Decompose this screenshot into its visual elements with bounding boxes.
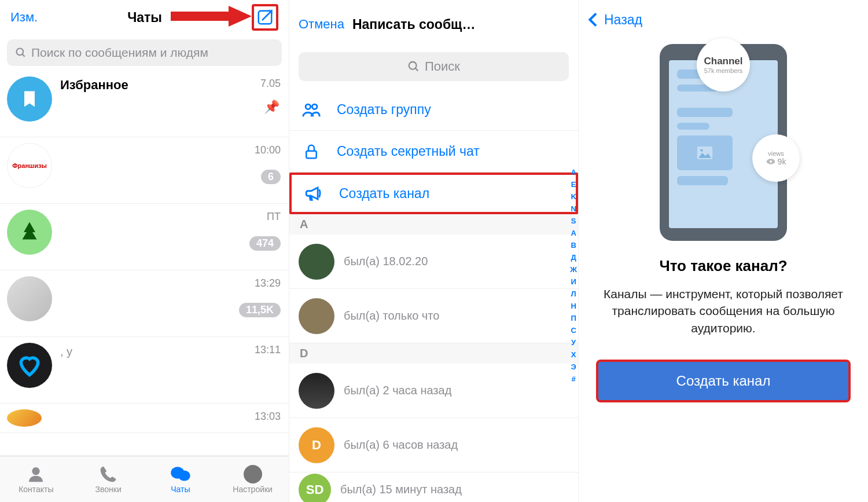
chat-row[interactable]: Франшизы 10:00 6 [0,137,289,204]
alphabet-index[interactable]: AEKNSАВДЖИЛНПСУХЭ# [570,168,577,383]
index-letter[interactable]: K [570,192,577,201]
svg-point-9 [306,104,311,109]
svg-marker-2 [229,6,252,27]
index-letter[interactable]: П [570,314,577,323]
index-letter[interactable]: S [570,217,577,225]
index-letter[interactable]: Д [570,253,577,262]
chats-title: Чаты [127,10,162,25]
bookmark-icon [19,89,40,109]
create-channel-button[interactable]: Создать канал [289,173,578,214]
svg-point-7 [178,470,190,481]
chats-icon [170,465,191,483]
avatar [7,276,52,321]
avatar [7,210,52,255]
chat-time: 13:03 [255,411,281,423]
index-letter[interactable]: N [570,204,577,213]
contact-avatar [299,373,334,409]
contact-row[interactable]: был(а) только что [289,289,578,343]
avatar: Франшизы [7,143,52,188]
chat-row[interactable]: , у 13:11 [0,337,289,404]
index-letter[interactable]: Э [570,362,577,371]
cancel-button[interactable]: Отмена [299,17,344,32]
tab-contacts[interactable]: Контакты [0,456,72,502]
index-letter[interactable]: В [570,241,577,250]
index-letter[interactable]: E [570,180,577,189]
contact-status: был(а) только что [344,309,439,323]
chat-row[interactable]: 13:03 [0,404,289,433]
back-button[interactable]: Назад [604,12,642,28]
search-icon [15,47,27,58]
channel-intro-screen: Назад Channel 57k members views 9k Что т… [579,0,868,502]
tab-calls[interactable]: Звонки [72,456,145,502]
avatar [7,343,52,388]
channel-header: Назад [579,0,868,39]
index-letter[interactable]: И [570,277,577,286]
index-letter[interactable]: А [570,229,577,237]
index-letter[interactable]: # [570,375,577,383]
chat-name: Избранное [60,78,281,93]
views-badge: views 9k [752,134,800,182]
contact-avatar: D [299,427,334,463]
chat-row[interactable]: 13:29 11,5K [0,270,289,337]
unread-badge: 474 [249,236,281,251]
eye-icon [766,158,775,165]
contact-avatar [299,298,334,334]
channel-heading: Что такое канал? [579,257,868,275]
avatar [7,409,42,427]
svg-point-15 [770,160,772,163]
svg-marker-4 [23,222,37,240]
avatar [7,76,52,122]
tab-chats[interactable]: Чаты [145,456,217,502]
heart-icon [17,353,42,378]
back-chevron-icon[interactable] [584,10,603,29]
action-label: Создать секретный чат [337,144,480,159]
chat-row[interactable]: Избранное 7.05 📌 [0,71,289,137]
channel-badge: Channel 57k members [697,38,750,91]
tab-label: Настройки [233,485,273,494]
unread-badge: 11,5K [239,303,281,317]
svg-point-8 [409,62,417,69]
contact-row[interactable]: SD был(а) 15 минут назад [289,472,578,502]
section-header: D [289,343,578,364]
annotation-arrow [171,3,252,29]
compose-icon [256,9,274,26]
tab-label: Контакты [19,485,53,494]
index-letter[interactable]: Н [570,302,577,310]
search-input[interactable]: Поиск по сообщениям и людям [7,39,282,66]
tree-icon [21,221,38,244]
index-letter[interactable]: С [570,326,577,335]
create-channel-button[interactable]: Создать канал [596,360,851,402]
svg-rect-1 [171,12,229,21]
create-secret-chat-button[interactable]: Создать секретный чат [289,131,578,173]
chat-row[interactable]: ПТ 474 [0,204,289,270]
contact-avatar: SD [299,474,331,503]
index-letter[interactable]: Ж [570,265,577,274]
search-icon [407,60,420,73]
chat-time: 7.05 [260,78,281,90]
compose-button[interactable] [252,4,278,31]
contact-row[interactable]: был(а) 18.02.20 [289,234,578,289]
chat-time: 10:00 [255,144,281,156]
edit-button[interactable]: Изм. [10,10,38,25]
action-label: Создать группу [337,102,431,118]
unread-badge: 6 [261,170,281,184]
search-input[interactable]: Поиск [299,52,569,81]
contact-row[interactable]: был(а) 2 часа назад [289,364,578,418]
tab-settings[interactable]: Настройки [216,456,289,502]
index-letter[interactable]: A [570,168,577,177]
contacts-icon [27,465,45,483]
index-letter[interactable]: Х [570,350,577,359]
action-label: Создать канал [339,186,429,201]
channel-illustration: Channel 57k members views 9k [660,44,787,241]
index-letter[interactable]: У [570,338,577,347]
contact-row[interactable]: D был(а) 6 часов назад [289,418,578,472]
contact-status: был(а) 6 часов назад [344,438,458,452]
index-letter[interactable]: Л [570,290,577,298]
create-group-button[interactable]: Создать группу [289,89,578,131]
pin-icon: 📌 [264,100,279,115]
contact-avatar [299,244,334,280]
svg-point-3 [17,49,24,56]
chat-time: ПТ [267,211,281,223]
contact-status: был(а) 18.02.20 [344,255,428,268]
svg-rect-11 [306,151,317,158]
